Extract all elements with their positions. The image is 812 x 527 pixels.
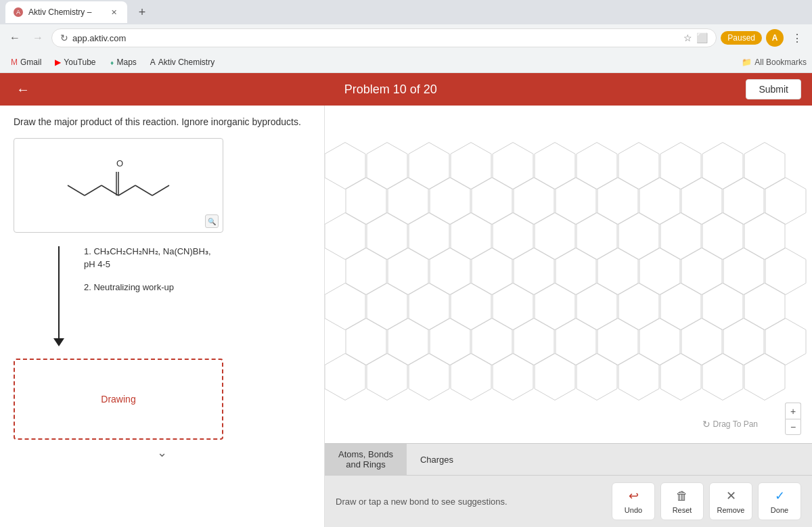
svg-line-4 [135,185,152,196]
toolbar-actions: ↩ Undo 🗑 Reset ✕ Remove ✓ Done [612,482,801,520]
youtube-label: YouTube [64,58,95,67]
reaction-conditions: 1. CH₃CH₂CH₂NH₂, Na(CN)BH₃, pH 4-5 2. Ne… [84,246,211,337]
reaction-arrow [58,246,60,341]
pan-hint: ↻ Drag To Pan [702,419,759,430]
zoom-out-button[interactable]: − [785,419,801,435]
problem-title: Problem 10 of 20 [35,83,746,97]
pan-icon: ↻ [702,419,710,430]
gmail-label: Gmail [20,58,41,67]
browser-tab[interactable]: A Aktiv Chemistry – ✕ [5,1,127,23]
reaction-section: 1. CH₃CH₂CH₂NH₂, Na(CN)BH₃, pH 4-5 2. Ne… [14,246,311,348]
all-bookmarks-label: All Bookmarks [754,58,807,67]
browser-nav-bar: ← → ↻ app.aktiv.com ☆ ⬜ Paused A ⋮ [0,24,812,51]
undo-label: Undo [625,506,642,514]
reset-button[interactable]: 🗑 Reset [660,482,704,520]
reaction-arrow-container [24,246,60,348]
app-header: ← Problem 10 of 20 Submit [0,73,812,106]
paused-badge: Paused [721,31,762,45]
bookmark-youtube[interactable]: ▶ YouTube [49,55,101,70]
content-area: Draw the major product of this reaction.… [0,106,812,527]
left-panel: Draw the major product of this reaction.… [0,106,325,527]
zoom-controls: + − [785,403,801,435]
forward-nav-button[interactable]: → [28,28,47,47]
back-nav-button[interactable]: ← [5,28,24,47]
condition-step1: 1. CH₃CH₂CH₂NH₂, Na(CN)BH₃, [84,246,211,256]
bookmarks-bar: M Gmail ▶ YouTube ⬧ Maps A Aktiv Chemist… [0,51,812,73]
submit-button[interactable]: Submit [746,79,801,99]
drawing-area[interactable]: Drawing [14,359,223,440]
browser-title-bar: A Aktiv Chemistry – ✕ + [0,0,812,24]
profile-avatar[interactable]: A [766,29,784,47]
question-text: Draw the major product of this reaction.… [14,116,311,127]
bookmark-star-icon[interactable]: ☆ [683,32,692,43]
undo-button[interactable]: ↩ Undo [612,482,655,520]
done-icon: ✓ [775,488,785,503]
bookmark-maps[interactable]: ⬧ Maps [104,55,142,70]
new-tab-button[interactable]: + [133,3,152,22]
zoom-molecule-button[interactable]: 🔍 [205,214,219,228]
done-button[interactable]: ✓ Done [758,482,801,520]
toolbar-content: Draw or tap a new bond to see suggestion… [325,476,812,527]
svg-text:O: O [116,158,123,168]
svg-line-3 [118,185,135,196]
tab-atoms-bonds[interactable]: Atoms, Bondsand Rings [325,444,407,475]
aktiv-label: Aktiv Chemistry [158,58,215,67]
bookmark-aktiv[interactable]: A Aktiv Chemistry [145,55,220,70]
tab-icon[interactable]: ⬜ [696,32,708,43]
undo-icon: ↩ [629,488,639,503]
condition-step2: 2. Neutralizing work-up [84,282,211,292]
bottom-toolbar: Atoms, Bondsand Rings Charges Draw or ta… [325,443,812,527]
bookmark-gmail[interactable]: M Gmail [5,55,47,70]
youtube-icon: ▶ [55,58,61,67]
drawing-placeholder: Drawing [101,394,135,405]
maps-icon: ⬧ [110,58,114,67]
hex-grid-svg: /* hex grid rendered below */ [325,106,812,443]
reset-icon: 🗑 [676,489,688,503]
svg-line-5 [152,185,169,196]
condition-step1b: pH 4-5 [84,259,211,269]
gmail-icon: M [11,58,18,67]
hex-grid-area[interactable]: /* hex grid rendered below */ [325,106,812,443]
more-menu-button[interactable]: ⋮ [788,28,807,47]
toolbar-tabs: Atoms, Bondsand Rings Charges [325,444,812,476]
nav-right: Paused A ⋮ [721,28,807,47]
svg-line-2 [68,185,85,196]
back-button[interactable]: ← [11,77,35,101]
tab-favicon: A [14,7,23,17]
molecule-display: O 🔍 [14,138,223,233]
url-text: app.aktiv.com [72,33,679,43]
tab-atoms-bonds-label: Atoms, Bondsand Rings [338,449,393,469]
done-label: Done [771,506,788,514]
remove-label: Remove [717,506,745,514]
aktiv-favicon: A [150,58,156,67]
pan-hint-text: Drag To Pan [713,419,759,429]
tab-charges[interactable]: Charges [407,444,467,475]
molecule-svg: O [24,145,213,226]
reload-icon[interactable]: ↻ [60,32,68,43]
zoom-in-button[interactable]: + [785,403,801,419]
scroll-down-indicator[interactable]: ⌄ [14,440,311,465]
remove-icon: ✕ [726,488,736,503]
toolbar-hint: Draw or tap a new bond to see suggestion… [336,497,508,507]
tab-title: Aktiv Chemistry – [28,7,91,17]
all-bookmarks-icon: 📁 [742,58,752,67]
right-panel: /* hex grid rendered below */ [325,106,812,527]
all-bookmarks-button[interactable]: 📁 All Bookmarks [742,58,807,67]
reset-label: Reset [673,506,692,514]
address-bar[interactable]: ↻ app.aktiv.com ☆ ⬜ [51,28,717,47]
svg-line-1 [85,185,102,196]
maps-label: Maps [117,58,137,67]
remove-button[interactable]: ✕ Remove [709,482,752,520]
tab-close-button[interactable]: ✕ [108,7,119,18]
